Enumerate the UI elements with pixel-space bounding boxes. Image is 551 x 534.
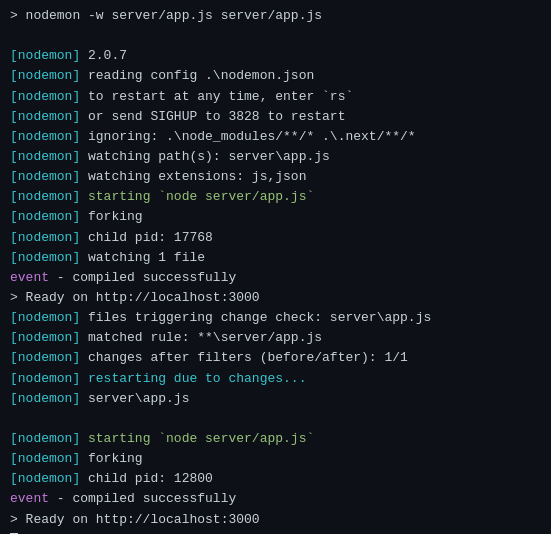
cursor-line: [10, 530, 541, 534]
log-line: [nodemon] watching 1 file: [10, 248, 541, 268]
blank-line-1: [10, 26, 541, 46]
log-line: [nodemon] watching path(s): server\app.j…: [10, 147, 541, 167]
log-line: [nodemon] matched rule: **\server/app.js: [10, 328, 541, 348]
log-line: [nodemon] ignoring: .\node_modules/**/* …: [10, 127, 541, 147]
log-line: [nodemon] starting `node server/app.js`: [10, 429, 541, 449]
log-line: [nodemon] 2.0.7: [10, 46, 541, 66]
cmd-text: > nodemon -w server/app.js server/app.js: [10, 8, 322, 23]
log-line: [nodemon] forking: [10, 449, 541, 469]
ready-line-2: > Ready on http://localhost:3000: [10, 510, 541, 530]
ready-line-1: > Ready on http://localhost:3000: [10, 288, 541, 308]
log-line: [nodemon] child pid: 17768: [10, 228, 541, 248]
log-line: [nodemon] starting `node server/app.js`: [10, 187, 541, 207]
terminal: > nodemon -w server/app.js server/app.js…: [0, 0, 551, 534]
blank-line-2: [10, 409, 541, 429]
log-line: [nodemon] child pid: 12800: [10, 469, 541, 489]
event-line: event - compiled successfully: [10, 268, 541, 288]
log-line: [nodemon] changes after filters (before/…: [10, 348, 541, 368]
command-line: > nodemon -w server/app.js server/app.js: [10, 6, 541, 26]
log-line: [nodemon] or send SIGHUP to 3828 to rest…: [10, 107, 541, 127]
restarting-line: [nodemon] restarting due to changes...: [10, 369, 541, 389]
log-line: [nodemon] reading config .\nodemon.json: [10, 66, 541, 86]
log-line: [nodemon] files triggering change check:…: [10, 308, 541, 328]
log-line: [nodemon] forking: [10, 207, 541, 227]
log-line: [nodemon] to restart at any time, enter …: [10, 87, 541, 107]
event-line-2: event - compiled successfully: [10, 489, 541, 509]
log-line: [nodemon] watching extensions: js,json: [10, 167, 541, 187]
log-line: [nodemon] server\app.js: [10, 389, 541, 409]
